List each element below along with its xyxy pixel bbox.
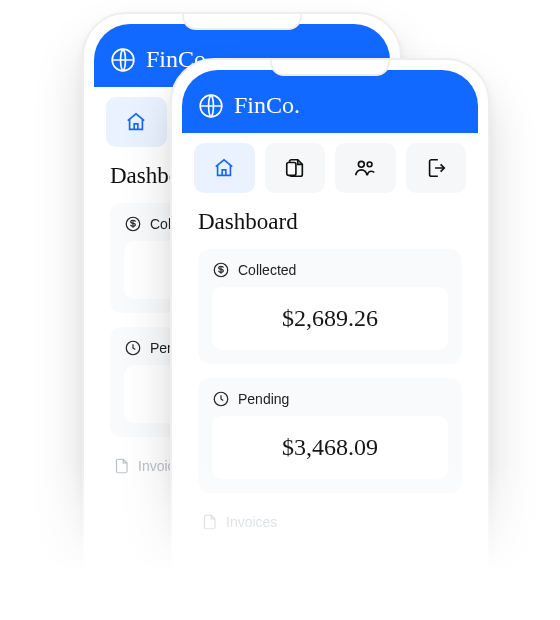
globe-icon [110,47,136,73]
globe-icon [198,93,224,119]
svg-rect-7 [287,163,296,176]
card-pending: Pending $3,468.09 [198,378,462,493]
page-content: Dashboard Collected $2,689.26 Pe [182,203,478,620]
dollar-circle-icon [124,215,142,233]
nav-home[interactable] [106,97,167,147]
section-invoices-label: Invoices [226,514,277,530]
clock-icon [124,339,142,357]
nav-files[interactable] [265,143,326,193]
document-icon [284,157,306,179]
card-collected-value-box: $2,689.26 [212,287,448,350]
nav-home[interactable] [194,143,255,193]
home-icon [213,157,235,179]
card-pending-value-box: $3,468.09 [212,416,448,479]
invoices-icon [200,513,218,531]
logout-icon [425,157,447,179]
card-collected-label: Collected [238,262,296,278]
phone-notch [182,14,302,30]
brand-title: FinCo. [234,92,300,119]
card-pending-label: Pending [238,391,289,407]
svg-point-9 [367,162,372,167]
dollar-circle-icon [212,261,230,279]
page-title: Dashboard [198,209,462,235]
people-icon [354,157,376,179]
clock-icon [212,390,230,408]
card-collected-amount: $2,689.26 [282,305,378,331]
section-invoices: Invoices [198,507,462,531]
screen: FinCo. [182,70,478,620]
card-collected: Collected $2,689.26 [198,249,462,364]
invoices-icon [112,457,130,475]
nav-logout[interactable] [406,143,467,193]
home-icon [125,111,147,133]
phone-mock-front: FinCo. [170,58,490,620]
nav-people[interactable] [335,143,396,193]
svg-point-8 [359,161,365,167]
card-pending-amount: $3,468.09 [282,434,378,460]
nav-bar [182,133,478,203]
phone-notch [270,60,390,76]
app-header: FinCo. [182,70,478,133]
